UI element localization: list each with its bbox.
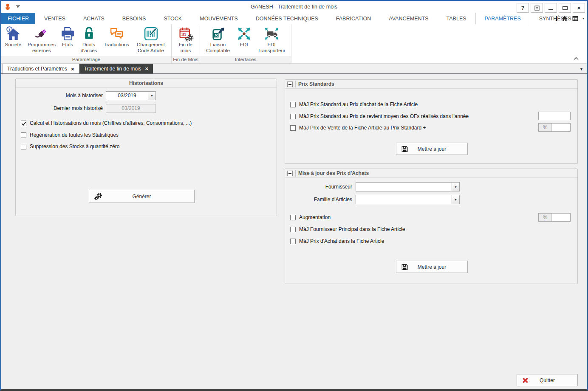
- ribbon-item-label: Droits d'accès: [78, 42, 100, 53]
- minimize-button[interactable]: [545, 3, 557, 13]
- checkbox[interactable]: [21, 144, 26, 149]
- percent-input[interactable]: [552, 124, 570, 131]
- menu-fichier[interactable]: FICHIER: [1, 13, 35, 24]
- ribbon-item-societe[interactable]: i Société: [2, 25, 24, 48]
- checkbox-row-maj-prix-standard-achat[interactable]: MàJ Prix Standard au Prix d'achat de la …: [290, 101, 418, 107]
- chevron-down-icon[interactable]: ▼: [452, 183, 459, 191]
- tab-traitement-de-fin-de-mois[interactable]: Traitement de fin de mois ×: [79, 64, 153, 73]
- maximize-button[interactable]: [559, 3, 571, 13]
- fournisseur-combobox[interactable]: ▼: [356, 182, 460, 191]
- button-label: Générer: [89, 190, 194, 203]
- menu-tables[interactable]: TABLES: [438, 13, 475, 24]
- checkbox[interactable]: [21, 132, 26, 138]
- of-value-input[interactable]: [538, 112, 571, 120]
- percent-input[interactable]: [552, 214, 570, 221]
- percent-label: %: [539, 124, 552, 131]
- tab-traductions-et-parametres[interactable]: Traductions et Paramètres ×: [2, 64, 79, 73]
- panel-title: Prix Standards: [298, 81, 334, 87]
- info-icon[interactable]: i: [556, 15, 557, 23]
- mettre-a-jour-button-prix-achats[interactable]: Mettre à jour: [396, 261, 468, 273]
- menu-besoins[interactable]: BESOINS: [113, 13, 155, 24]
- checkbox-label: MàJ Fournisseur Principal dans la Fiche …: [299, 226, 405, 232]
- mettre-a-jour-button-prix-standards[interactable]: Mettre à jour: [396, 143, 468, 155]
- help-button[interactable]: ?: [517, 3, 529, 13]
- barcode-edit-icon: [143, 26, 159, 42]
- ribbon-item-label: Programmes externes: [26, 42, 57, 53]
- checkbox[interactable]: [290, 215, 296, 220]
- ribbon-item-edi[interactable]: EDI: [235, 25, 253, 48]
- ribbon-collapse-button[interactable]: [572, 56, 580, 62]
- ribbon-item-edi-transporteur[interactable]: EDI Transporteur: [253, 25, 290, 53]
- ribbon-item-etats[interactable]: Etats: [59, 25, 76, 48]
- menu-parametres[interactable]: PARAMÈTRES: [475, 13, 530, 24]
- mois-a-historiser-label: Mois à historiser: [16, 93, 103, 98]
- generer-button[interactable]: Générer: [89, 190, 195, 203]
- checkbox[interactable]: [290, 227, 296, 232]
- tab-list-caret-icon[interactable]: ▼: [580, 67, 583, 71]
- maximize-icon: [563, 6, 568, 10]
- ribbon-item-changement-code-article[interactable]: Changement Code Article: [131, 25, 170, 53]
- close-button[interactable]: ×: [573, 3, 585, 13]
- home-icon[interactable]: [561, 15, 568, 22]
- document-tab-bar: Traductions et Paramètres × Traitement d…: [1, 64, 587, 74]
- checkbox[interactable]: [290, 114, 296, 119]
- ribbon-item-traductions[interactable]: Traductions: [102, 25, 131, 48]
- collapse-icon[interactable]: [287, 171, 293, 176]
- checkbox-row-calcul-historisations[interactable]: Calcul et Historisations du mois (Chiffr…: [21, 120, 192, 126]
- quick-access-caret-icon[interactable]: ▾: [16, 5, 20, 8]
- calculator-icon[interactable]: [572, 15, 579, 22]
- tab-close-icon[interactable]: ×: [145, 66, 149, 71]
- checkbox-row-maj-prix-achat[interactable]: MàJ Prix d'Achat dans la Fiche Article: [290, 238, 384, 244]
- ribbon-item-fin-de-mois[interactable]: 31 Fin de mois: [172, 25, 199, 53]
- checkbox-row-maj-prix-standard-revient[interactable]: MàJ Prix Standard au Prix de revient moy…: [290, 113, 469, 119]
- tab-close-icon[interactable]: ×: [71, 66, 74, 72]
- speech-bubbles-icon: [109, 26, 124, 42]
- menu-fabrication[interactable]: FABRICATION: [327, 13, 380, 24]
- chevron-down-icon[interactable]: ▼: [452, 195, 459, 204]
- ribbon-item-liaison-comptable[interactable]: Liaison Comptable: [201, 25, 235, 53]
- ribbon-item-droits-acces[interactable]: Droits d'accès: [76, 25, 102, 53]
- famille-articles-label: Famille d'Articles: [285, 197, 352, 203]
- panel-prix-standards: Prix Standards MàJ Prix Standard au Prix…: [285, 79, 578, 164]
- app-logo-icon: [4, 3, 11, 11]
- chevron-down-icon[interactable]: ▼: [148, 92, 155, 100]
- ribbon-group-label: Interfaces: [200, 56, 291, 63]
- ribbon-menu-bar: FICHIER VENTES ACHATS BESOINS STOCK MOUV…: [1, 13, 587, 24]
- checkbox-row-maj-fournisseur-principal[interactable]: MàJ Fournisseur Principal dans la Fiche …: [290, 226, 405, 232]
- famille-articles-combobox[interactable]: ▼: [356, 195, 460, 204]
- main-content: Historisations Mois à historiser 03/2019…: [1, 74, 587, 389]
- calculator-caret-icon[interactable]: ▾: [582, 17, 584, 20]
- menu-achats[interactable]: ACHATS: [74, 13, 113, 24]
- checkbox[interactable]: [290, 125, 296, 131]
- ribbon-group-interfaces: Liaison Comptable EDI: [200, 24, 291, 63]
- checkbox-row-augmentation[interactable]: Augmentation: [290, 214, 331, 220]
- checkbox-row-maj-prix-vente[interactable]: MàJ Prix de Vente de la Fiche Article au…: [290, 125, 426, 131]
- checkbox-label: Regénération de toutes les Statistiques: [30, 132, 119, 138]
- menu-avancements[interactable]: AVANCEMENTS: [380, 13, 437, 24]
- calendar-gears-icon: 31: [178, 26, 194, 42]
- checkbox-label: MàJ Prix de Vente de la Fiche Article au…: [299, 125, 426, 131]
- checkbox-label: Calcul et Historisations du mois (Chiffr…: [30, 120, 192, 126]
- header-divider: [295, 170, 296, 177]
- menu-ventes[interactable]: VENTES: [35, 13, 74, 24]
- checkbox[interactable]: [290, 239, 296, 244]
- mois-a-historiser-combobox[interactable]: 03/2019 ▼: [106, 91, 156, 100]
- ribbon-item-label: EDI: [240, 42, 248, 48]
- checkbox-row-suppression-stocks[interactable]: Suppression des Stocks à quantité zéro: [21, 143, 119, 149]
- checkbox[interactable]: [21, 121, 26, 126]
- panel-title: Mise à jour des Prix d'Achats: [298, 170, 369, 176]
- ribbon-item-programmes-externes[interactable]: Programmes externes: [24, 25, 59, 53]
- checkbox[interactable]: [290, 102, 296, 107]
- menu-donnees-techniques[interactable]: DONNÉES TECHNIQUES: [247, 13, 327, 24]
- panel-header: Mise à jour des Prix d'Achats: [285, 169, 577, 178]
- quitter-button[interactable]: Quitter: [517, 374, 578, 386]
- pin-window-button[interactable]: [531, 3, 543, 13]
- menu-mouvements[interactable]: MOUVEMENTS: [191, 13, 247, 24]
- panel-header: Prix Standards: [285, 80, 577, 89]
- printer-icon: [60, 26, 76, 42]
- collapse-icon[interactable]: [287, 82, 293, 87]
- dernier-mois-historise-label: Dernier mois historisé: [16, 105, 103, 111]
- ribbon-item-label: Etats: [62, 42, 73, 48]
- checkbox-row-regeneration-statistiques[interactable]: Regénération de toutes les Statistiques: [21, 132, 119, 138]
- menu-stock[interactable]: STOCK: [155, 13, 191, 24]
